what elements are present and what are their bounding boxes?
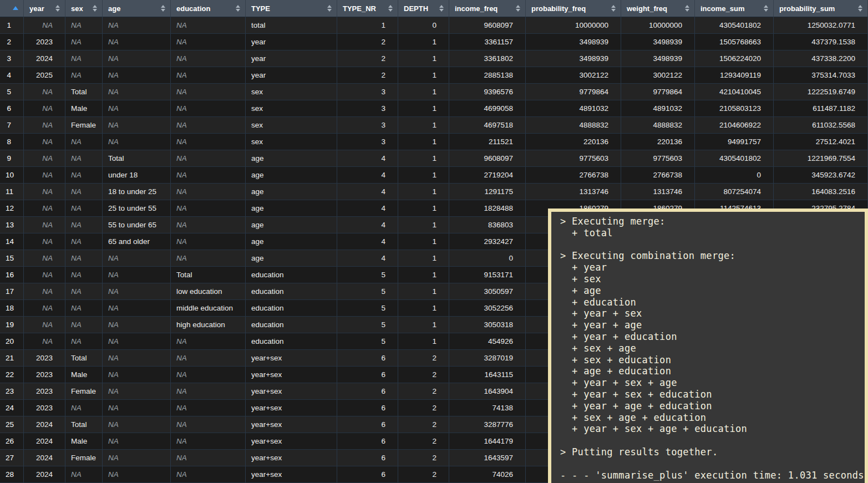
column-header-income_sum[interactable]: income_sum	[695, 0, 774, 17]
row-number-cell: 15	[0, 250, 24, 267]
cell-year: NA	[24, 283, 65, 300]
cell-DEPTH: 1	[398, 267, 449, 283]
cell-age: NA	[103, 466, 171, 483]
cell-income_freq: 1643115	[449, 367, 526, 383]
cell-education: Total	[171, 267, 246, 283]
cell-TYPE: age	[246, 233, 337, 250]
cell-education: NA	[171, 217, 246, 233]
cell-education: high education	[171, 317, 246, 333]
cell-probability_sum: 345923.6742	[774, 167, 868, 184]
cell-income_freq: 3287776	[449, 416, 526, 433]
column-header-probability_freq[interactable]: probability_freq	[526, 0, 621, 17]
cell-DEPTH: 1	[398, 300, 449, 317]
cell-TYPE_NR: 2	[337, 67, 398, 84]
row-number-cell: 25	[0, 416, 24, 433]
row-number-cell: 1	[0, 17, 24, 34]
cell-age: NA	[103, 433, 171, 450]
cell-year: NA	[24, 317, 65, 333]
column-header-rownum[interactable]	[0, 0, 24, 17]
cell-income_freq: 9608097	[449, 150, 526, 167]
column-header-weight_freq[interactable]: weight_freq	[621, 0, 695, 17]
cell-TYPE: age	[246, 184, 337, 200]
table-row: 1NANANANAtotal10960809710000000100000004…	[0, 17, 868, 34]
cell-sex: NA	[65, 333, 103, 350]
column-header-income_freq[interactable]: income_freq	[449, 0, 526, 17]
cell-TYPE: year+sex	[246, 383, 337, 400]
cell-probability_sum: 375314.7033	[774, 67, 868, 84]
sort-toggle-icon	[55, 5, 60, 12]
cell-age: NA	[103, 50, 171, 67]
cell-year: 2023	[24, 400, 65, 416]
cell-age: NA	[103, 17, 171, 34]
column-header-TYPE[interactable]: TYPE	[246, 0, 337, 17]
cell-year: 2024	[24, 50, 65, 67]
cell-TYPE: year+sex	[246, 350, 337, 367]
column-header-DEPTH[interactable]: DEPTH	[398, 0, 449, 17]
cell-income_sum: 807254074	[695, 184, 774, 200]
column-header-year[interactable]: year	[24, 0, 65, 17]
cell-sex: NA	[65, 317, 103, 333]
cell-sex: Total	[65, 84, 103, 100]
table-row: 10NANAunder 18NAage412719204276673827667…	[0, 167, 868, 184]
cell-TYPE_NR: 4	[337, 167, 398, 184]
sort-ascending-icon	[13, 6, 18, 10]
column-header-sex[interactable]: sex	[65, 0, 103, 17]
sort-toggle-icon	[439, 5, 444, 12]
table-header-row: yearsexageeducationTYPETYPE_NRDEPTHincom…	[0, 0, 868, 17]
cell-TYPE: age	[246, 250, 337, 267]
cell-year: NA	[24, 300, 65, 317]
cell-age: 25 to under 55	[103, 200, 171, 217]
cell-income_sum: 4305401802	[695, 17, 774, 34]
cell-TYPE_NR: 6	[337, 350, 398, 367]
sort-toggle-icon	[516, 5, 520, 12]
cell-DEPTH: 2	[398, 350, 449, 367]
cell-sex: NA	[65, 150, 103, 167]
cell-sex: Total	[65, 416, 103, 433]
cell-DEPTH: 2	[398, 450, 449, 466]
cell-income_freq: 1291175	[449, 184, 526, 200]
cell-income_freq: 9608097	[449, 17, 526, 34]
table-row: 42025NANANAyear2128851383002122300212212…	[0, 67, 868, 84]
cell-year: NA	[24, 333, 65, 350]
row-number-cell: 13	[0, 217, 24, 233]
cell-year: NA	[24, 267, 65, 283]
row-number-cell: 18	[0, 300, 24, 317]
column-header-age[interactable]: age	[103, 0, 171, 17]
cell-sex: NA	[65, 250, 103, 267]
cell-sex: NA	[65, 167, 103, 184]
cell-income_freq: 74138	[449, 400, 526, 416]
cell-year: NA	[24, 184, 65, 200]
cell-TYPE_NR: 6	[337, 450, 398, 466]
cell-income_freq: 836803	[449, 217, 526, 233]
sort-toggle-icon	[236, 5, 240, 12]
cell-TYPE: education	[246, 283, 337, 300]
cell-year: 2023	[24, 350, 65, 367]
column-label: year	[29, 4, 44, 13]
cell-age: NA	[103, 117, 171, 134]
cell-DEPTH: 2	[398, 367, 449, 383]
cell-sex: NA	[65, 233, 103, 250]
column-header-probability_sum[interactable]: probability_sum	[774, 0, 868, 17]
cell-TYPE_NR: 5	[337, 317, 398, 333]
cell-TYPE_NR: 2	[337, 34, 398, 50]
cell-income_freq: 2932427	[449, 233, 526, 250]
cell-TYPE_NR: 4	[337, 250, 398, 267]
column-header-TYPE_NR[interactable]: TYPE_NR	[337, 0, 398, 17]
row-number-cell: 12	[0, 200, 24, 217]
cell-DEPTH: 2	[398, 416, 449, 433]
cell-income_sum: 1505768663	[695, 34, 774, 50]
cell-TYPE: sex	[246, 100, 337, 117]
cell-probability_sum: 27512.4021	[774, 134, 868, 150]
column-header-education[interactable]: education	[171, 0, 246, 17]
cell-education: NA	[171, 117, 246, 134]
cell-income_freq: 9153171	[449, 267, 526, 283]
row-number-cell: 23	[0, 383, 24, 400]
cell-TYPE_NR: 4	[337, 217, 398, 233]
cell-age: NA	[103, 250, 171, 267]
cell-probability_freq: 3002122	[526, 67, 621, 84]
cell-sex: NA	[65, 34, 103, 50]
cell-probability_sum: 1250032.0771	[774, 17, 868, 34]
cell-age: NA	[103, 283, 171, 300]
cell-year: NA	[24, 134, 65, 150]
cell-TYPE: year	[246, 34, 337, 50]
